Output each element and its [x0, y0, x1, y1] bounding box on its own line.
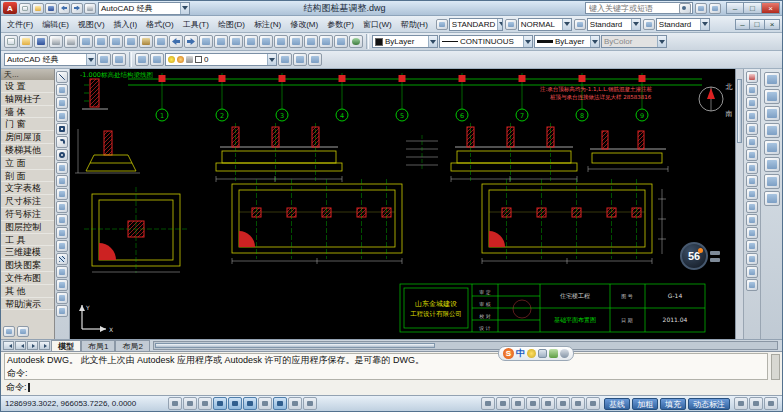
plot-icon[interactable]	[84, 3, 96, 14]
menu-item[interactable]: 绘图(D)	[214, 17, 249, 32]
redo-icon[interactable]	[184, 35, 198, 48]
region-icon[interactable]	[56, 279, 68, 291]
hatch-icon[interactable]	[56, 253, 68, 265]
command-scrollbar[interactable]	[771, 354, 780, 380]
join-icon[interactable]	[746, 240, 758, 252]
sidebar-item[interactable]: 文字表格	[1, 182, 54, 195]
new-file-icon[interactable]	[4, 35, 18, 48]
paste-icon[interactable]	[124, 35, 138, 48]
spline-icon[interactable]	[56, 175, 68, 187]
break-icon[interactable]	[746, 227, 758, 239]
palette-icon[interactable]	[764, 174, 780, 189]
style-dropdown[interactable]: NORMAL	[518, 18, 572, 31]
pan-icon[interactable]	[541, 397, 555, 410]
doc-restore-button[interactable]: □	[750, 19, 765, 30]
star-icon[interactable]	[695, 3, 707, 14]
insert-block-icon[interactable]	[56, 214, 68, 226]
sheet-set-icon[interactable]	[304, 35, 318, 48]
open-file-icon[interactable]	[19, 35, 33, 48]
zoom-realtime-icon[interactable]	[214, 35, 228, 48]
canvas-horizontal-scrollbar[interactable]	[153, 341, 778, 350]
sidebar-item[interactable]: 门 窗	[1, 118, 54, 131]
xline-icon[interactable]	[56, 84, 68, 96]
close-button[interactable]: ×	[762, 2, 780, 14]
scrollbar-thumb[interactable]	[155, 343, 435, 348]
sidebar-item[interactable]: 墙 体	[1, 106, 54, 119]
layer-states-icon[interactable]	[150, 53, 164, 66]
sidebar-item[interactable]: 尺寸标注	[1, 195, 54, 208]
tab-first-button[interactable]	[3, 341, 14, 350]
tab-next-button[interactable]	[27, 341, 38, 350]
comm-center-icon[interactable]	[709, 3, 721, 14]
sidebar-item[interactable]: 三维建模	[1, 246, 54, 259]
properties-icon[interactable]	[259, 35, 273, 48]
pan-icon[interactable]	[199, 35, 213, 48]
command-line-panel[interactable]: Autodesk DWG。 此文件上次由 Autodesk 应用程序或 Auto…	[1, 351, 782, 395]
point-icon[interactable]	[56, 240, 68, 252]
dim-style-icon[interactable]	[505, 19, 517, 30]
sidebar-item[interactable]: 设 置	[1, 80, 54, 93]
copy-icon[interactable]	[746, 84, 758, 96]
polyline-icon[interactable]	[56, 97, 68, 109]
layer-off-icon[interactable]	[308, 53, 322, 66]
drawing-area[interactable]: -1.000标高处结构梁线图 1	[70, 69, 743, 339]
workspace-switch-dropdown[interactable]: AutoCAD 经典	[4, 53, 96, 66]
steering-wheel-icon[interactable]	[571, 397, 585, 410]
command-input[interactable]: 命令:	[4, 380, 768, 394]
linetype-dropdown[interactable]: CONTINUOUS	[439, 35, 533, 48]
style-dropdown[interactable]: Standard	[656, 18, 710, 31]
menu-item[interactable]: 窗口(W)	[359, 17, 396, 32]
new-file-icon[interactable]	[19, 3, 31, 14]
steering-wheel-icon[interactable]	[764, 72, 780, 87]
search-input[interactable]	[587, 3, 679, 13]
otrack-toggle[interactable]	[243, 397, 257, 410]
quick-view-drawings-icon[interactable]	[526, 397, 540, 410]
undo-icon[interactable]	[58, 3, 70, 14]
quickcalc-icon[interactable]	[334, 35, 348, 48]
rectangle-icon[interactable]	[56, 123, 68, 135]
sogou-logo-icon[interactable]: S	[503, 348, 514, 359]
sheet-icon[interactable]	[764, 157, 780, 172]
polygon-icon[interactable]	[56, 110, 68, 122]
table-style-icon[interactable]	[574, 19, 586, 30]
help-icon[interactable]	[349, 35, 363, 48]
layout-tab[interactable]: 模型	[51, 340, 81, 351]
sidebar-item[interactable]: 剖 面	[1, 170, 54, 183]
undo-icon[interactable]	[169, 35, 183, 48]
plot-icon[interactable]	[49, 35, 63, 48]
mtext-icon[interactable]	[56, 305, 68, 317]
menu-item[interactable]: 工具(T)	[179, 17, 213, 32]
clean-screen-icon[interactable]	[764, 397, 778, 410]
layer-dropdown[interactable]: 0	[165, 53, 277, 66]
menu-item[interactable]: 修改(M)	[286, 17, 322, 32]
layout-tab[interactable]: 布局1	[81, 340, 115, 351]
keyboard-icon[interactable]	[538, 349, 547, 358]
ducs-toggle[interactable]	[258, 397, 272, 410]
canvas-vertical-scrollbar[interactable]	[735, 69, 743, 339]
menu-item[interactable]: 参数(P)	[323, 17, 358, 32]
circle-icon[interactable]	[56, 149, 68, 161]
sidebar-item[interactable]: 立 面	[1, 157, 54, 170]
redo-icon[interactable]	[71, 3, 83, 14]
extend-icon[interactable]	[746, 201, 758, 213]
sidebar-item[interactable]: 其 他	[1, 285, 54, 298]
move-icon[interactable]	[746, 136, 758, 148]
sidebar-item[interactable]: 房间屋顶	[1, 131, 54, 144]
menu-item[interactable]: 插入(I)	[110, 17, 142, 32]
line-icon[interactable]	[56, 71, 68, 83]
save-icon[interactable]	[45, 3, 57, 14]
arc-icon[interactable]	[56, 136, 68, 148]
menu-item[interactable]: 编辑(E)	[38, 17, 73, 32]
text-style-icon[interactable]	[436, 19, 448, 30]
copy-icon[interactable]	[109, 35, 123, 48]
doc-close-button[interactable]: ×	[765, 19, 780, 30]
menu-item[interactable]: 帮助(H)	[397, 17, 432, 32]
lock-icon[interactable]	[749, 397, 763, 410]
sidebar-item[interactable]: 图层控制	[1, 221, 54, 234]
make-block-icon[interactable]	[56, 227, 68, 239]
doc-minimize-button[interactable]: –	[735, 19, 750, 30]
layer-properties-icon[interactable]	[135, 53, 149, 66]
zoom-icon[interactable]	[556, 397, 570, 410]
moon-icon[interactable]	[527, 349, 536, 358]
ellipse-icon[interactable]	[56, 188, 68, 200]
